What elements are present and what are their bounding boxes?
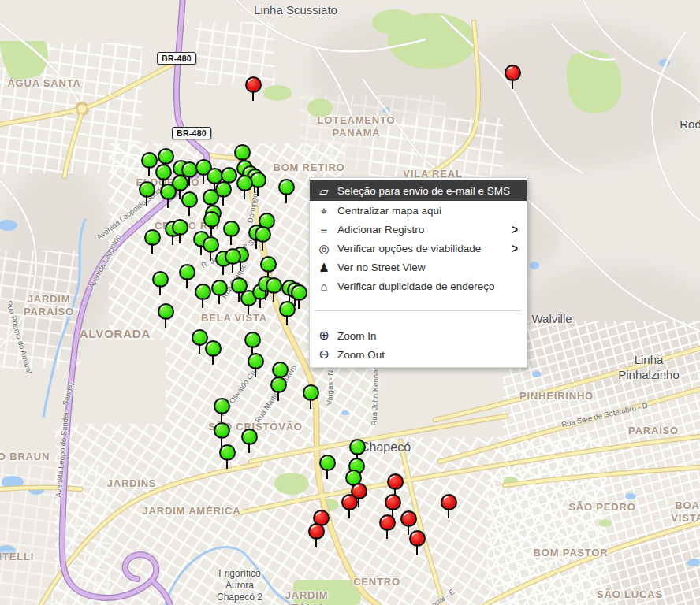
map-pin-green[interactable] — [141, 152, 158, 169]
district-label: BELA VISTA — [201, 312, 267, 325]
place-label: Frigorífico Aurora Chapecó 2 — [217, 568, 262, 603]
street-label: Uruguai - E — [420, 587, 456, 605]
street-label: Rua Sete de Setembro - D — [560, 401, 649, 430]
map-pin-green[interactable] — [248, 353, 264, 369]
map-pin-green[interactable] — [214, 398, 230, 414]
map-pin-red[interactable] — [387, 473, 404, 490]
menu-item-house-check[interactable]: ⌂Verificar duplicidade de endereço — [310, 277, 527, 295]
district-label: JARDIM AMÉRICA — [143, 505, 241, 518]
map-pin-red[interactable] — [341, 494, 358, 510]
map-pin-green[interactable] — [158, 148, 174, 165]
map-pin-red[interactable] — [308, 523, 325, 540]
place-label: Chapecó — [360, 440, 411, 455]
map-pin-green[interactable] — [266, 277, 282, 294]
street-view-icon: ♟ — [317, 262, 331, 273]
menu-item-label: Ver no Street View — [337, 262, 426, 273]
map-pin-green[interactable] — [179, 264, 195, 280]
zoom-in-icon: ⊕ — [317, 329, 331, 342]
road-shield-badge: BR-480 — [172, 127, 211, 139]
map-pin-green[interactable] — [172, 219, 188, 236]
menu-item-zoom-in[interactable]: ⊕Zoom In — [310, 326, 527, 345]
map-pin-green[interactable] — [139, 181, 155, 198]
map-pin-red[interactable] — [385, 494, 401, 510]
menu-item-add-record[interactable]: ≡Adicionar Registro> — [310, 220, 527, 239]
map-application-window: ÁGUA SANTALOTEAMENTO PANAMÁBOM RETIROVIL… — [0, 0, 700, 605]
menu-item-label: Zoom Out — [337, 349, 385, 361]
place-label: Linha Pinhalzinho — [618, 353, 680, 383]
menu-spacer — [310, 311, 527, 326]
map-pin-red[interactable] — [379, 514, 396, 531]
map-pin-green[interactable] — [225, 248, 241, 265]
map-pin-green[interactable] — [152, 271, 169, 288]
viability-icon: ◎ — [317, 243, 331, 254]
menu-item-center-map[interactable]: ⌖Centralizar mapa aqui — [310, 201, 527, 220]
menu-item-label: Verificar duplicidade de endereço — [337, 280, 495, 292]
map-pin-red[interactable] — [245, 76, 262, 93]
add-record-icon: ≡ — [317, 224, 331, 236]
district-label: SÃO PEDRO — [568, 501, 635, 514]
road-shield-badge: BR-480 — [157, 52, 196, 65]
map-pin-green[interactable] — [279, 301, 296, 317]
map-pin-green[interactable] — [144, 229, 161, 246]
map-pin-green[interactable] — [158, 303, 174, 320]
map-pin-green[interactable] — [223, 221, 240, 237]
menu-item-label: Zoom In — [337, 330, 377, 342]
district-label: ALVORADA — [80, 327, 151, 342]
map-pin-green[interactable] — [160, 184, 177, 200]
map-pin-green[interactable] — [234, 144, 251, 161]
menu-item-street-view[interactable]: ♟Ver no Street View — [310, 258, 527, 277]
map-pin-green[interactable] — [278, 179, 295, 195]
context-menu-items: ▱Seleção para envio de e-mail e SMS⌖Cent… — [310, 180, 527, 295]
map-pin-green[interactable] — [241, 429, 258, 445]
map-pin-green[interactable] — [236, 175, 253, 191]
map-pin-green[interactable] — [255, 226, 271, 243]
menu-item-label: Centralizar mapa aqui — [337, 205, 441, 217]
district-label: PINHEIRINHO — [519, 390, 594, 403]
map-pin-green[interactable] — [349, 439, 366, 455]
district-label: CENTRO — [353, 576, 400, 588]
map-pin-red[interactable] — [441, 494, 457, 510]
map-pin-green[interactable] — [203, 236, 219, 253]
map-pin-green[interactable] — [270, 377, 287, 393]
map-pin-green[interactable] — [214, 422, 230, 439]
map-pin-red[interactable] — [400, 510, 417, 527]
submenu-chevron-icon: > — [512, 222, 518, 237]
map-pin-green[interactable] — [303, 384, 319, 401]
map-pin-green[interactable] — [203, 189, 219, 206]
map-context-menu: ▱Seleção para envio de e-mail e SMS⌖Cent… — [309, 177, 527, 368]
map-pin-green[interactable] — [181, 191, 198, 208]
street-label: Vargas - N — [325, 369, 335, 405]
map-pin-red[interactable] — [505, 65, 521, 81]
menu-item-polygon-select[interactable]: ▱Seleção para envio de e-mail e SMS — [310, 180, 527, 201]
map-pin-green[interactable] — [260, 256, 277, 273]
place-label: Rodeio — [680, 117, 700, 132]
menu-spacer — [310, 295, 527, 310]
map-pin-green[interactable] — [205, 340, 222, 357]
map-pin-green[interactable] — [195, 284, 211, 300]
map-pin-green[interactable] — [211, 280, 228, 296]
zoom-out-icon: ⊖ — [317, 348, 331, 361]
map-pin-green[interactable] — [319, 455, 336, 471]
district-label: BOA VISTA — [671, 499, 700, 525]
map-pin-green[interactable] — [192, 329, 208, 346]
district-label: JARDINS — [107, 477, 157, 490]
map-pin-green[interactable] — [272, 362, 289, 378]
map-pin-green[interactable] — [155, 164, 172, 180]
map-pin-green[interactable] — [203, 211, 220, 228]
street-label: Rua John Kennedy — [370, 362, 382, 425]
map-pin-green[interactable] — [244, 332, 261, 348]
map-pin-green[interactable] — [291, 284, 307, 301]
place-label: Linha Scussiato — [254, 3, 337, 18]
street-label: Sander — [61, 381, 77, 407]
submenu-chevron-icon: > — [512, 241, 518, 256]
map-pin-red[interactable] — [409, 530, 426, 547]
map-pin-green[interactable] — [219, 444, 236, 461]
polygon-select-icon: ▱ — [317, 185, 331, 197]
street-label: Avenida Leopoldo — [87, 233, 123, 291]
street-label: Rua Priamo do Amaral — [4, 299, 34, 374]
district-label: SÃO LUCAS — [597, 588, 663, 601]
menu-item-zoom-out[interactable]: ⊖Zoom Out — [310, 345, 527, 364]
menu-item-label: Adicionar Registro — [337, 224, 424, 236]
menu-item-viability[interactable]: ◎Verificar opções de viabilidade> — [310, 239, 527, 258]
district-label: JARDIM PARAÍSO — [24, 293, 74, 319]
